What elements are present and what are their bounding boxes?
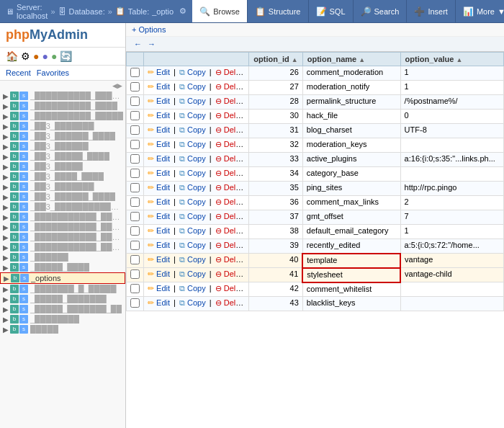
edit-button[interactable]: ✏ Edit [148, 241, 170, 249]
edit-button[interactable]: ✏ Edit [148, 284, 170, 293]
sidebar-item[interactable]: ▶ b s _███████_█_█████ [0, 284, 125, 294]
copy-button[interactable]: ⧉ Copy [179, 154, 206, 163]
edit-button[interactable]: ✏ Edit [148, 183, 170, 192]
delete-button[interactable]: ⊖ Delete [215, 241, 247, 249]
favorites-link[interactable]: Favorites [37, 68, 69, 77]
edit-button[interactable]: ✏ Edit [148, 154, 170, 163]
sidebar-item[interactable]: ▶ b s _██3_█████████████ [0, 202, 125, 212]
sidebar-item[interactable]: ▶ b s _█████_███████_██ [0, 304, 125, 314]
edit-button[interactable]: ✏ Edit [148, 269, 170, 278]
delete-button[interactable]: ⊖ Delete [215, 284, 247, 293]
copy-button[interactable]: ⧉ Copy [179, 212, 206, 220]
row-checkbox[interactable] [130, 154, 140, 164]
sidebar-item[interactable]: ▶ b s _██3_███████ [0, 182, 125, 192]
sidebar-item[interactable]: ▶ b s _██3_███████ [0, 121, 125, 131]
edit-button[interactable]: ✏ Edit [148, 125, 170, 134]
home-icon[interactable]: 🏠 [6, 50, 18, 62]
delete-button[interactable]: ⊖ Delete [215, 183, 247, 192]
sidebar-item[interactable]: ▶ b s _████████ [0, 314, 125, 324]
recent-link[interactable]: Recent [6, 68, 31, 77]
row-checkbox[interactable] [130, 212, 140, 221]
delete-button[interactable]: ⊖ Delete [215, 68, 247, 76]
row-checkbox[interactable] [130, 97, 140, 106]
sidebar-item[interactable]: ▶ b s _█████_████ [0, 262, 125, 272]
edit-button[interactable]: ✏ Edit [148, 298, 170, 307]
sidebar-item[interactable]: ▶ b s _██████ [0, 252, 125, 262]
delete-button[interactable]: ⊖ Delete [215, 226, 247, 235]
refresh-icon[interactable]: 🔄 [60, 50, 72, 62]
tab-sql[interactable]: 📝 SQL [309, 0, 354, 22]
edit-button[interactable]: ✏ Edit [148, 197, 170, 206]
edit-button[interactable]: ✏ Edit [148, 82, 170, 91]
delete-button[interactable]: ⊖ Delete [215, 269, 247, 278]
edit-button[interactable]: ✏ Edit [148, 97, 170, 105]
delete-button[interactable]: ⊖ Delete [215, 197, 247, 206]
copy-button[interactable]: ⧉ Copy [179, 298, 206, 307]
left-arrow[interactable]: ← [132, 39, 144, 49]
sidebar-item[interactable]: ▶ b s _██3_█████_████ [0, 151, 125, 161]
sidebar-item[interactable]: ▶ b s _██3_██████ [0, 141, 125, 151]
dot-icon3[interactable]: ● [51, 50, 57, 62]
copy-button[interactable]: ⧉ Copy [179, 255, 206, 264]
tab-browse[interactable]: 🔍 Browse [192, 0, 248, 22]
row-checkbox[interactable] [130, 125, 140, 135]
tab-insert[interactable]: ➕ Insert [407, 0, 456, 22]
sidebar-item[interactable]: ▶ b s _██3_█████ [0, 161, 125, 171]
copy-button[interactable]: ⧉ Copy [179, 68, 206, 76]
copy-button[interactable]: ⧉ Copy [179, 183, 206, 192]
delete-button[interactable]: ⊖ Delete [215, 298, 247, 307]
th-option-value[interactable]: option_value ▲ [400, 53, 503, 66]
sidebar-item[interactable]: ▶ b s _███████████_█████ [0, 212, 125, 222]
row-checkbox[interactable] [130, 197, 140, 207]
delete-button[interactable]: ⊖ Delete [215, 82, 247, 91]
delete-button[interactable]: ⊖ Delete [215, 212, 247, 220]
row-checkbox[interactable] [130, 82, 140, 92]
delete-button[interactable]: ⊖ Delete [215, 140, 247, 148]
sidebar-item[interactable]: ▶ b s █████ [0, 324, 125, 334]
edit-button[interactable]: ✏ Edit [148, 140, 170, 148]
edit-button[interactable]: ✏ Edit [148, 226, 170, 235]
sidebar-item[interactable]: ▶ b s _██3_████_████ [0, 171, 125, 182]
edit-button[interactable]: ✏ Edit [148, 212, 170, 220]
th-option-name[interactable]: option_name ▲ [302, 53, 400, 66]
copy-button[interactable]: ⧉ Copy [179, 226, 206, 235]
delete-button[interactable]: ⊖ Delete [215, 97, 247, 105]
sidebar-item[interactable]: ▶ b s _options [0, 272, 125, 284]
gear-icon[interactable]: ⚙ [179, 6, 186, 16]
sidebar-item[interactable]: ▶ b s _██████████_████ [0, 101, 125, 111]
dot-icon2[interactable]: ● [42, 50, 48, 62]
row-checkbox[interactable] [130, 226, 140, 236]
row-checkbox[interactable] [130, 111, 140, 120]
copy-button[interactable]: ⧉ Copy [179, 269, 206, 278]
sidebar-item[interactable]: ▶ b s _███████████_█████ [0, 222, 125, 232]
tab-structure[interactable]: 📋 Structure [248, 0, 309, 22]
delete-button[interactable]: ⊖ Delete [215, 154, 247, 163]
row-checkbox[interactable] [130, 183, 140, 192]
copy-button[interactable]: ⧉ Copy [179, 241, 206, 249]
row-checkbox[interactable] [130, 241, 140, 250]
copy-button[interactable]: ⧉ Copy [179, 97, 206, 105]
copy-button[interactable]: ⧉ Copy [179, 125, 206, 134]
edit-button[interactable]: ✏ Edit [148, 111, 170, 120]
edit-button[interactable]: ✏ Edit [148, 68, 170, 76]
row-checkbox[interactable] [130, 169, 140, 178]
tab-more[interactable]: 📊 More ▼ [456, 0, 504, 22]
sidebar-item[interactable]: ▶ b s _█████_███████ [0, 294, 125, 304]
row-checkbox[interactable] [130, 298, 140, 308]
delete-button[interactable]: ⊖ Delete [215, 125, 247, 134]
row-checkbox[interactable] [130, 269, 140, 279]
copy-button[interactable]: ⧉ Copy [179, 169, 206, 177]
row-checkbox[interactable] [130, 140, 140, 149]
options-link[interactable]: + Options [132, 25, 166, 34]
row-checkbox[interactable] [130, 284, 140, 293]
row-checkbox[interactable] [130, 255, 140, 264]
copy-button[interactable]: ⧉ Copy [179, 111, 206, 120]
delete-button[interactable]: ⊖ Delete [215, 111, 247, 120]
copy-button[interactable]: ⧉ Copy [179, 82, 206, 91]
sidebar-item[interactable]: ▶ b s _██3_██████_████ [0, 131, 125, 141]
edit-button[interactable]: ✏ Edit [148, 255, 170, 264]
data-table-scroll[interactable]: option_id ▲ option_name ▲ option_value ▲… [126, 52, 504, 428]
sidebar-item[interactable]: ▶ b s _██3_██████_████ [0, 192, 125, 202]
resize-icon[interactable]: ◀▶ [112, 82, 122, 89]
tab-search[interactable]: 🔎 Search [354, 0, 408, 22]
